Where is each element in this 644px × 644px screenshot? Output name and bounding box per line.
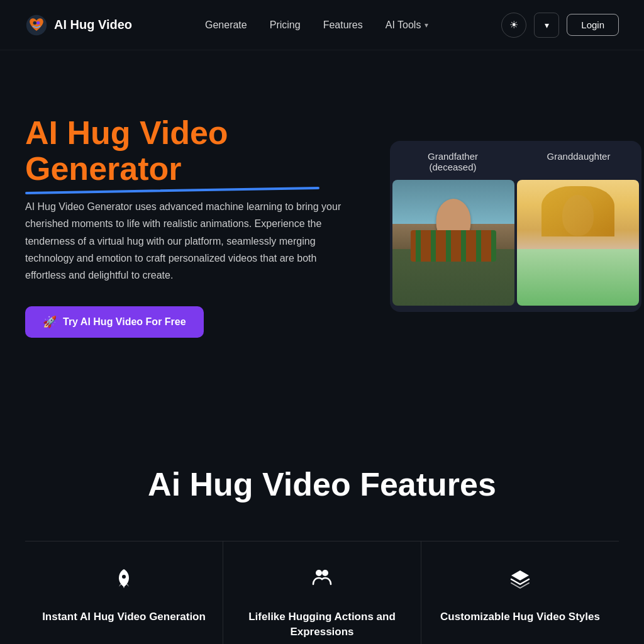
feature-lifelike-label: Lifelike Hugging Actions and Expressions [238, 609, 406, 640]
hero-title: AI Hug Video Generator [25, 115, 352, 187]
grandfather-image [392, 180, 514, 306]
brand-name: AI Hug Video [54, 18, 132, 32]
logo-icon [25, 14, 48, 36]
svg-point-5 [322, 570, 328, 576]
image-photos [390, 180, 641, 306]
label-grandfather: Grandfather(deceased) [390, 151, 516, 172]
people-icon [311, 567, 333, 594]
image-labels: Grandfather(deceased) Granddaughter [390, 141, 641, 180]
image-card: Grandfather(deceased) Granddaughter [390, 141, 641, 312]
feature-instant-label: Instant AI Hug Video Generation [42, 609, 206, 625]
nav-links: Generate Pricing Features AI Tools ▾ [205, 19, 428, 31]
feature-instant: Instant AI Hug Video Generation [25, 541, 223, 644]
features-title: Ai Hug Video Features [25, 465, 619, 503]
label-granddaughter: Granddaughter [516, 151, 641, 172]
nav-features[interactable]: Features [323, 19, 363, 31]
hero-description: AI Hug Video Generator uses advanced mac… [25, 198, 352, 284]
granddaughter-image [517, 180, 639, 306]
svg-point-3 [122, 575, 126, 579]
ai-tools-dropdown[interactable]: AI Tools ▾ [386, 19, 429, 31]
cta-button[interactable]: 🚀 Try AI Hug Video For Free [25, 306, 204, 338]
feature-lifelike: Lifelike Hugging Actions and Expressions [223, 541, 421, 644]
language-dropdown-button[interactable]: ▾ [534, 13, 559, 38]
photo-grandfather [392, 180, 514, 306]
svg-point-2 [36, 21, 40, 24]
hero-image-area: Grandfather(deceased) Granddaughter [390, 141, 641, 312]
svg-point-1 [33, 21, 36, 24]
login-button[interactable]: Login [567, 14, 619, 36]
rocket-icon: 🚀 [43, 315, 57, 329]
nav-pricing[interactable]: Pricing [270, 19, 301, 31]
nav-actions: ☀ ▾ Login [501, 13, 619, 38]
feature-customizable: Customizable Hug Video Styles [421, 541, 619, 644]
svg-point-4 [316, 570, 322, 576]
title-underline [25, 187, 319, 194]
navbar: AI Hug Video Generate Pricing Features A… [0, 0, 644, 50]
hero-content: AI Hug Video Generator AI Hug Video Gene… [25, 115, 352, 338]
rocket-icon [113, 567, 135, 594]
brand-logo[interactable]: AI Hug Video [25, 14, 132, 36]
features-section: Ai Hug Video Features Instant AI Hug Vid… [0, 415, 644, 644]
sun-icon: ☀ [509, 19, 518, 31]
features-grid: Instant AI Hug Video Generation Lifelike… [25, 541, 619, 644]
chevron-down-icon: ▾ [545, 20, 549, 30]
photo-granddaughter [517, 180, 639, 306]
feature-customizable-label: Customizable Hug Video Styles [440, 609, 600, 625]
layers-icon [509, 567, 531, 594]
theme-toggle-button[interactable]: ☀ [501, 13, 526, 38]
nav-generate[interactable]: Generate [205, 19, 247, 31]
hero-section: AI Hug Video Generator AI Hug Video Gene… [0, 50, 644, 415]
chevron-down-icon: ▾ [425, 21, 428, 30]
